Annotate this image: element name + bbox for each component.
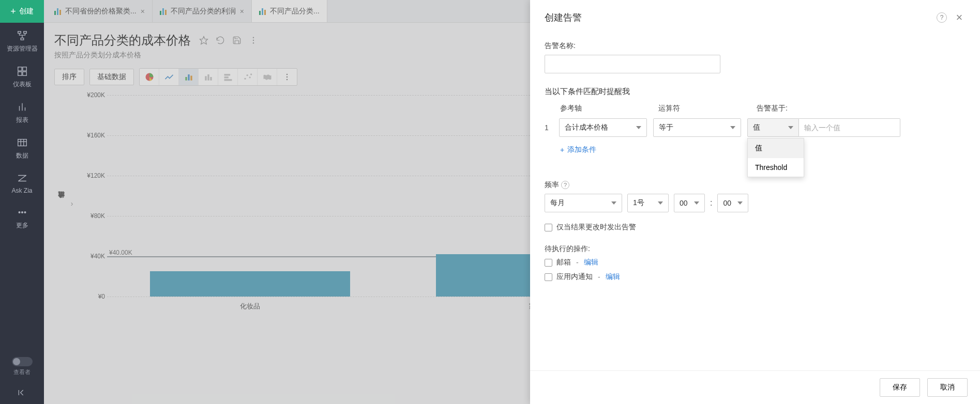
panel-footer: 保存 取消: [530, 370, 980, 404]
actions-label: 待执行的操作:: [545, 244, 966, 254]
only-on-change-label: 仅当结果更改时发出告警: [556, 223, 636, 232]
left-sidebar: + 创建 资源管理器 仪表板 报表 数据 Ask Zia 更多: [0, 0, 44, 404]
threshold-value-input[interactable]: [799, 118, 900, 137]
minute-select[interactable]: 00: [717, 194, 748, 212]
plus-icon: +: [10, 6, 16, 17]
dropdown-option-value[interactable]: 值: [748, 138, 804, 158]
action-inapp-row: 应用内通知 - 编辑: [545, 272, 966, 282]
zia-icon: [17, 173, 28, 184]
dots-icon: [17, 207, 28, 218]
action-email-edit-link[interactable]: 编辑: [584, 258, 598, 267]
nav-resource-manager[interactable]: 资源管理器: [0, 23, 44, 58]
nav-reports[interactable]: 报表: [0, 94, 44, 130]
condition-index: 1: [545, 123, 553, 132]
hour-select[interactable]: 00: [674, 194, 705, 212]
svg-point-14: [19, 212, 20, 213]
panel-header: 创建告警 ? ×: [530, 0, 980, 29]
panel-title: 创建告警: [545, 11, 582, 24]
alert-based-on-select[interactable]: 值: [747, 118, 799, 137]
action-inapp-label: 应用内通知: [556, 272, 593, 282]
svg-rect-5: [18, 72, 21, 75]
nav-dashboard[interactable]: 仪表板: [0, 58, 44, 94]
col-op-label: 运算符: [658, 104, 746, 113]
svg-rect-6: [22, 72, 26, 75]
panel-body: 告警名称: 当以下条件匹配时提醒我 参考轴 运算符 告警基于: 1 合计成本价格…: [530, 29, 980, 370]
add-condition-label: 添加条件: [567, 145, 596, 154]
frequency-label: 频率?: [545, 180, 966, 190]
create-label: 创建: [19, 7, 34, 16]
svg-rect-4: [22, 67, 26, 71]
action-email-row: 邮箱 - 编辑: [545, 258, 966, 267]
save-button[interactable]: 保存: [880, 378, 920, 397]
cancel-button[interactable]: 取消: [927, 378, 968, 397]
col-base-label: 告警基于:: [757, 104, 808, 113]
frequency-row: 每月 1号 00 : 00: [545, 194, 966, 212]
svg-rect-0: [18, 32, 21, 34]
viewer-toggle[interactable]: [12, 357, 33, 366]
alert-name-label: 告警名称:: [545, 41, 966, 51]
grid-icon: [17, 66, 28, 77]
viewer-toggle-label: 查看者: [13, 368, 31, 376]
svg-point-15: [21, 212, 23, 213]
svg-rect-3: [18, 67, 21, 71]
action-email-label: 邮箱: [556, 258, 571, 267]
only-on-change-checkbox[interactable]: [545, 224, 552, 231]
svg-rect-2: [21, 38, 24, 40]
nav-data[interactable]: 数据: [0, 130, 44, 165]
alert-based-on-dropdown: 值 Threshold: [747, 138, 804, 177]
action-inapp-edit-link[interactable]: 编辑: [606, 272, 620, 282]
close-icon[interactable]: ×: [953, 11, 966, 24]
plus-icon: +: [560, 146, 564, 154]
create-button[interactable]: + 创建: [0, 0, 44, 23]
nav-label: 报表: [16, 116, 28, 125]
reference-axis-select[interactable]: 合计成本价格: [559, 118, 647, 137]
col-ref-label: 参考轴: [560, 104, 648, 113]
nav-label: Ask Zia: [11, 187, 32, 194]
help-icon[interactable]: ?: [561, 181, 569, 189]
condition-column-headers: 参考轴 运算符 告警基于:: [545, 104, 966, 113]
condition-section-title: 当以下条件匹配时提醒我: [545, 87, 966, 97]
collapse-sidebar-button[interactable]: [0, 383, 44, 402]
action-email-checkbox[interactable]: [545, 259, 552, 267]
tree-icon: [17, 30, 28, 41]
time-colon: :: [710, 198, 712, 208]
condition-row: 1 合计成本价格 等于 值 值 Threshold: [545, 118, 966, 137]
nav-label: 数据: [16, 151, 28, 160]
main-area: 不同省份的价格聚类... × 不同产品分类的利润 × 不同产品分类... 不同产…: [44, 0, 980, 404]
nav-label: 仪表板: [13, 80, 32, 89]
nav-label: 更多: [16, 221, 28, 230]
nav-more[interactable]: 更多: [0, 199, 44, 235]
nav-label: 资源管理器: [7, 44, 38, 53]
day-select[interactable]: 1号: [627, 194, 669, 212]
dropdown-option-threshold[interactable]: Threshold: [748, 158, 804, 177]
svg-rect-10: [18, 139, 26, 146]
bars-icon: [17, 101, 28, 113]
only-on-change-row: 仅当结果更改时发出告警: [545, 223, 966, 232]
table-icon: [17, 137, 28, 148]
nav-ask-zia[interactable]: Ask Zia: [0, 165, 44, 199]
help-icon[interactable]: ?: [936, 11, 948, 24]
frequency-select[interactable]: 每月: [545, 194, 622, 212]
alert-name-input[interactable]: [545, 55, 720, 73]
action-inapp-checkbox[interactable]: [545, 273, 552, 281]
create-alert-panel: 创建告警 ? × 告警名称: 当以下条件匹配时提醒我 参考轴 运算符 告警基于:…: [530, 0, 980, 404]
svg-rect-1: [23, 32, 26, 34]
operator-select[interactable]: 等于: [653, 118, 741, 137]
svg-point-16: [24, 212, 26, 213]
